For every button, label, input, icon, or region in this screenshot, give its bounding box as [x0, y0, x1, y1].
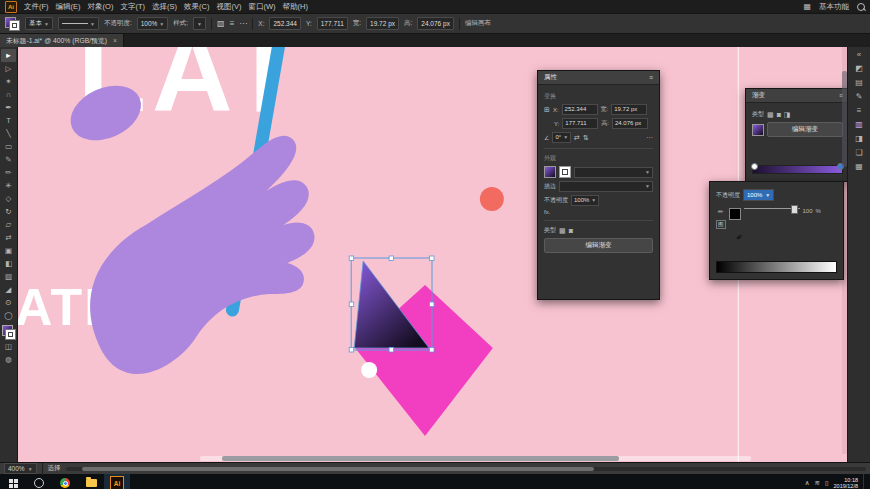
gradient-stop-left[interactable]: [751, 163, 758, 170]
more-transform-icon[interactable]: ⋯: [646, 134, 653, 142]
type-tool[interactable]: T: [1, 114, 16, 127]
eyedropper-icon[interactable]: ✏: [718, 208, 724, 216]
magic-wand-tool[interactable]: ✶: [1, 75, 16, 88]
color-panel-icon[interactable]: ◩: [855, 64, 863, 73]
menu-file[interactable]: 文件(F): [24, 2, 49, 12]
props-w-input[interactable]: 19.72 px: [611, 104, 647, 115]
show-desktop-button[interactable]: [863, 474, 867, 489]
opacity-slider-handle[interactable]: [791, 205, 798, 214]
rotate-tool[interactable]: ↻: [1, 205, 16, 218]
paintbrush-tool[interactable]: ✎: [1, 153, 16, 166]
chrome-taskbar-button[interactable]: [52, 474, 78, 489]
menu-object[interactable]: 对象(O): [88, 2, 114, 12]
horizontal-scrollbar-thumb[interactable]: [222, 456, 619, 461]
menu-edit[interactable]: 编辑(E): [56, 2, 81, 12]
radial-gradient-icon[interactable]: ◙: [569, 227, 573, 234]
horizontal-scrollbar[interactable]: [200, 456, 751, 461]
status-scrollbar[interactable]: [66, 467, 866, 471]
radial-gradient-icon[interactable]: ◙: [777, 111, 781, 118]
gradient-slider[interactable]: [752, 165, 843, 174]
fill-stroke-swatches[interactable]: [5, 17, 20, 31]
direct-selection-tool[interactable]: ▷: [1, 62, 16, 75]
canvas[interactable]: LAT ATION: [18, 47, 847, 462]
recolor-artwork-icon[interactable]: ▧: [217, 19, 225, 28]
illustrator-taskbar-button[interactable]: Ai: [104, 474, 130, 489]
collapse-panels-icon[interactable]: «: [857, 50, 861, 59]
edit-artboard-button[interactable]: 编辑画布: [465, 19, 491, 28]
props-opacity-select[interactable]: 100%▼: [571, 195, 599, 206]
stroke-swatch[interactable]: [9, 20, 20, 31]
props-stroke-swatch[interactable]: [559, 166, 571, 178]
gradient-tool[interactable]: ▥: [1, 270, 16, 283]
close-tab-icon[interactable]: ×: [113, 37, 117, 44]
zoom-tool[interactable]: ◯: [1, 309, 16, 322]
props-fill-swatch[interactable]: [544, 166, 556, 178]
reference-point-icon[interactable]: ⊞: [544, 106, 550, 114]
free-transform-tool[interactable]: ▣: [1, 244, 16, 257]
gradient-panel-icon[interactable]: ▥: [855, 120, 863, 129]
eyedropper-tool[interactable]: ◢: [1, 283, 16, 296]
eraser-tool[interactable]: ◇: [1, 192, 16, 205]
appearance-panel-icon[interactable]: ❏: [855, 148, 862, 157]
flip-horizontal-icon[interactable]: ⇄: [574, 134, 580, 142]
edit-gradient-button[interactable]: 编辑渐变: [544, 238, 653, 253]
y-input[interactable]: 177.711: [317, 17, 348, 30]
document-tab[interactable]: 未标题-1.ai* @ 400% (RGB/预览) ×: [0, 34, 124, 47]
white-dot-shape[interactable]: [361, 362, 377, 378]
props-stroke-select[interactable]: ▼: [559, 181, 653, 192]
menu-type[interactable]: 文字(T): [120, 2, 145, 12]
opacity-popup-input[interactable]: 100%▼: [743, 189, 774, 201]
toolbar-stroke-swatch[interactable]: [5, 329, 16, 340]
align-options-icon[interactable]: ≡: [230, 19, 235, 28]
transparency-panel-icon[interactable]: ◨: [855, 134, 863, 143]
line-tool[interactable]: ╲: [1, 127, 16, 140]
width-tool[interactable]: ⇄: [1, 231, 16, 244]
panel-menu-icon[interactable]: ≡: [649, 74, 653, 81]
x-input[interactable]: 252.344: [269, 17, 301, 30]
selection-tool[interactable]: ►: [1, 49, 16, 62]
opacity-slider[interactable]: [744, 208, 800, 209]
search-icon[interactable]: [857, 3, 865, 11]
taskbar-clock[interactable]: 10:18 2019/12/8: [834, 477, 858, 489]
menu-window[interactable]: 窗口(W): [248, 2, 275, 12]
more-options-icon[interactable]: ⋯: [239, 19, 247, 28]
freeform-gradient-icon[interactable]: ◨: [784, 111, 791, 119]
props-y-input[interactable]: 177.711: [562, 118, 598, 129]
menu-view[interactable]: 视图(V): [216, 2, 241, 12]
shaper-tool[interactable]: ✳: [1, 179, 16, 192]
toolbar-fill-stroke-swatches[interactable]: [2, 325, 16, 340]
swatches-panel-icon[interactable]: ▤: [855, 78, 863, 87]
network-icon[interactable]: ≋: [815, 479, 820, 487]
menu-effect[interactable]: 效果(C): [184, 2, 209, 12]
tray-expand-icon[interactable]: ∧: [805, 479, 810, 487]
menu-help[interactable]: 帮助(H): [283, 2, 308, 12]
stroke-panel-icon[interactable]: ≡: [857, 106, 862, 115]
start-button[interactable]: [0, 474, 26, 489]
illustrator-logo-icon[interactable]: Ai: [5, 1, 17, 13]
drawing-mode-icon[interactable]: ◫: [1, 340, 16, 353]
clip-option-box[interactable]: 图: [716, 220, 726, 229]
brushes-panel-icon[interactable]: ✎: [856, 92, 863, 101]
blend-tool[interactable]: ⊙: [1, 296, 16, 309]
shape-builder-tool[interactable]: ◧: [1, 257, 16, 270]
red-dot-shape[interactable]: [480, 187, 504, 211]
width-profile-select[interactable]: ▼: [58, 17, 99, 30]
linear-gradient-icon[interactable]: ▩: [767, 111, 774, 119]
height-input[interactable]: 24.076 px: [417, 17, 454, 30]
status-scrollbar-thumb[interactable]: [82, 467, 594, 471]
width-input[interactable]: 19.72 px: [366, 17, 399, 30]
edit-gradient-button[interactable]: 编辑渐变: [767, 122, 843, 137]
lasso-tool[interactable]: ∩: [1, 88, 16, 101]
file-explorer-taskbar-button[interactable]: [78, 474, 104, 489]
volume-icon[interactable]: ▯: [825, 479, 829, 487]
fx-button[interactable]: fx.: [544, 209, 550, 215]
brush-definition-select[interactable]: 基本▼: [25, 17, 53, 30]
opacity-select[interactable]: 100%▼: [137, 17, 169, 30]
cortana-search-button[interactable]: [26, 474, 52, 489]
opacity-gradient-ramp[interactable]: [716, 261, 837, 273]
flip-vertical-icon[interactable]: ⇅: [583, 134, 589, 142]
layers-panel-icon[interactable]: ▦: [855, 162, 863, 171]
vertical-scrollbar-thumb[interactable]: [842, 71, 847, 167]
screen-mode-icon[interactable]: ◍: [1, 353, 16, 366]
layout-grid-icon[interactable]: ▦: [803, 2, 811, 11]
